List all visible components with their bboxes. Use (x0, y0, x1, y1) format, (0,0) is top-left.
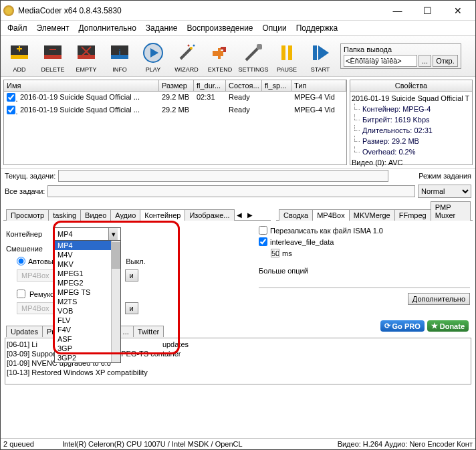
output-browse-button[interactable]: ... (419, 55, 431, 67)
svg-point-17 (190, 47, 193, 49)
chevron-down-icon[interactable]: ▾ (108, 228, 118, 240)
tab-container[interactable]: Контейнер (140, 209, 185, 221)
output-folder-input[interactable] (344, 55, 417, 67)
svg-rect-24 (313, 45, 317, 60)
prop-item: Overhead: 0.2% (352, 146, 471, 157)
i-button[interactable]: и (125, 269, 138, 282)
menu-support[interactable]: Поддержка (292, 22, 342, 34)
pause-button[interactable]: PAUSE (271, 37, 303, 75)
btab-updates[interactable]: Updates (6, 326, 43, 337)
menu-options[interactable]: Опции (259, 22, 291, 34)
all-tasks-label: Все задачи: (5, 187, 45, 195)
mode-select[interactable]: Normal (418, 185, 471, 198)
col-type[interactable]: Тип (291, 80, 346, 91)
svg-point-19 (188, 45, 190, 47)
container-settings-pane: Контейнер MP4 ▾ MP4 M4V MKV MPEG1 MPEG2 … (6, 223, 253, 318)
status-encoders: Видео: H.264 Аудио: Nero Encoder Конт (338, 440, 473, 448)
table-row[interactable]: 2016-01-19 Suicide Squad Official ... 29… (4, 92, 346, 104)
tab-mkvmerge[interactable]: MKVMerge (349, 209, 395, 221)
col-state[interactable]: Состоя... (226, 80, 262, 91)
app-icon (3, 5, 14, 16)
col-sp[interactable]: fl_sp... (262, 80, 291, 91)
empty-button[interactable]: EMPTY (70, 37, 102, 75)
more-options-label: Больше опций (259, 267, 470, 275)
dropdown-scrollbar[interactable] (111, 241, 120, 362)
col-dur[interactable]: fl_dur... (194, 80, 226, 91)
mode-label: Режим задания (419, 172, 471, 180)
log-line: [10-13] Restored Windows XP compatibilit… (7, 368, 469, 377)
svg-rect-23 (288, 45, 292, 60)
menu-playback[interactable]: Воспроизведение (183, 22, 257, 34)
table-row[interactable]: 2016-01-19 Suicide Squad Official ... 29… (4, 104, 346, 117)
properties-panel: Свойства 2016-01-19 Suicide Squad Offici… (350, 80, 473, 165)
settings-button[interactable]: SETTINGS (237, 37, 269, 75)
tabs-left-nav[interactable]: ◀ (234, 210, 245, 220)
menu-file[interactable]: Файл (3, 22, 31, 34)
container-combo[interactable]: MP4 ▾ MP4 M4V MKV MPEG1 MPEG2 MPEG TS M2… (54, 227, 121, 241)
output-open-button[interactable]: Откр. (433, 55, 458, 67)
output-folder-box: Папка вывода ... Откр. (340, 43, 461, 69)
prop-item: Контейнер: MPEG-4 (352, 104, 471, 114)
tab-audio[interactable]: Аудио (110, 209, 140, 221)
close-button[interactable]: ✕ (443, 1, 473, 20)
prop-item: Битрейт: 1619 Kbps (352, 114, 471, 125)
gopro-badge[interactable]: ⟳ Go PRO (380, 320, 425, 332)
properties-header: Свойства (350, 80, 472, 92)
additional-button[interactable]: Дополнительно (408, 293, 470, 305)
wizard-button[interactable]: WIZARD (170, 37, 203, 75)
donate-badge[interactable]: ★ Donate (427, 320, 469, 332)
svg-rect-2 (19, 46, 20, 51)
status-cpu: Intel(R) Celeron(R) CPU 1007U / Intel MS… (62, 440, 332, 448)
tab-image[interactable]: Изображе... (185, 209, 234, 221)
off-label: Выкл. (126, 257, 146, 265)
current-task-label: Текущ. задачи: (5, 172, 55, 180)
status-bar: 2 queued Intel(R) Celeron(R) CPU 1007U /… (1, 438, 475, 449)
interleave-ms-input[interactable] (271, 249, 279, 257)
row-checkbox[interactable] (7, 106, 15, 114)
svg-rect-6 (44, 55, 62, 59)
prop-root[interactable]: 2016-01-19 Suicide Squad Official T (352, 93, 471, 104)
delete-button[interactable]: DELETE (37, 37, 69, 75)
tabs-right-nav[interactable]: ▶ (245, 210, 255, 220)
row-checkbox[interactable] (7, 93, 15, 102)
tab-ffmpeg[interactable]: FFmpeg (394, 209, 431, 221)
svg-rect-22 (281, 45, 285, 60)
col-name[interactable]: Имя (4, 80, 159, 91)
menubar: Файл Элемент Дополнительно Задание Воспр… (1, 21, 475, 35)
minimize-button[interactable]: — (382, 1, 412, 20)
extend-button[interactable]: EXTEND (204, 37, 236, 75)
menu-element[interactable]: Элемент (33, 22, 74, 34)
tab-pmpmuxer[interactable]: PMP Muxer (431, 201, 471, 221)
info-button[interactable]: iINFO (104, 37, 136, 75)
play-button[interactable]: PLAY (137, 37, 169, 75)
prop-item: Длительность: 02:31 (352, 125, 471, 136)
tab-tasking[interactable]: tasking (48, 209, 81, 221)
mp4box-settings-pane: Перезаписать как файл ISMA 1.0 interleav… (259, 223, 470, 318)
maximize-button[interactable]: ☐ (412, 1, 443, 20)
isma-checkbox[interactable] (259, 226, 267, 235)
col-size[interactable]: Размер (159, 80, 194, 91)
add-button[interactable]: ADD (3, 37, 35, 75)
tab-summary[interactable]: Сводка (279, 209, 313, 221)
remux-checkbox[interactable] (17, 290, 25, 298)
mp4box-disabled: MP4Box (17, 269, 54, 282)
tab-mp4box[interactable]: MP4Box (312, 209, 350, 221)
tab-preview[interactable]: Просмотр (6, 209, 49, 221)
interleave-checkbox[interactable] (259, 237, 267, 246)
start-button[interactable]: START (304, 37, 336, 75)
btab-twitter[interactable]: Twitter (133, 326, 164, 337)
mp4box2-disabled: MP4Box (17, 302, 54, 314)
all-tasks-field (47, 185, 415, 197)
svg-marker-25 (318, 45, 329, 60)
output-folder-label: Папка вывода (344, 45, 458, 53)
more-options-field[interactable] (259, 276, 470, 288)
tab-video[interactable]: Видео (80, 209, 111, 221)
i-button-2[interactable]: и (125, 302, 138, 314)
prop-item: Размер: 29.2 MB (352, 136, 471, 146)
mix-label: Смешение (6, 245, 50, 253)
menu-task[interactable]: Задание (142, 22, 182, 34)
prop-video[interactable]: Видео (0): AVC (352, 157, 471, 168)
auto-radio[interactable] (17, 257, 25, 265)
window-title: MediaCoder x64 0.8.43.5830 (18, 6, 382, 15)
menu-advanced[interactable]: Дополнительно (74, 22, 140, 34)
